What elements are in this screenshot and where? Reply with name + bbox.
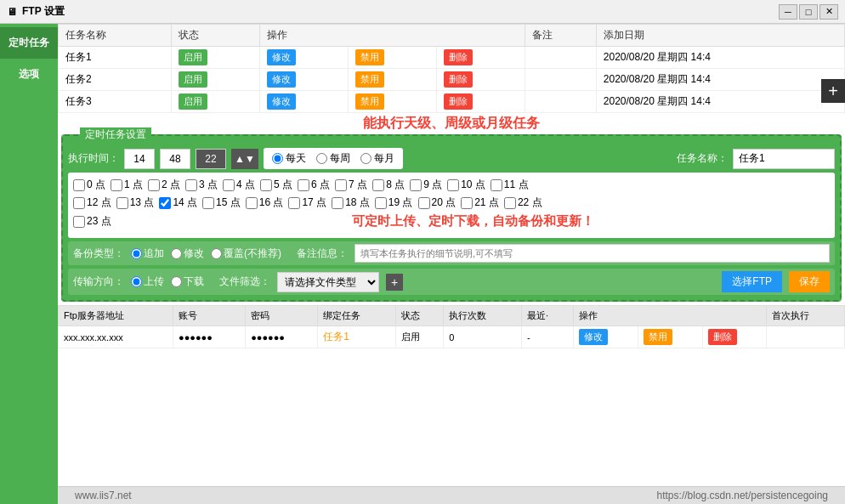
ftp-disable-btn[interactable]: 禁用: [644, 329, 672, 345]
maximize-button[interactable]: □: [799, 4, 818, 20]
ftp-server-addr: xxx.xxx.xx.xxx: [59, 326, 173, 348]
hour-item-14: 14 点: [159, 195, 197, 210]
hour-item-7: 7 点: [335, 178, 367, 192]
frequency-radio-group: 每天 每周 每月: [264, 148, 403, 169]
ftp-table-row: xxx.xxx.xx.xxx ●●●●●● ●●●●●● 任务1 启用 0 - …: [59, 326, 845, 348]
task-status-cell: 启用: [171, 69, 259, 91]
modify-btn[interactable]: 修改: [267, 71, 296, 88]
app-icon: 🖥: [7, 6, 17, 18]
radio-every-day[interactable]: 每天: [272, 151, 306, 166]
hour-checkbox-3[interactable]: [185, 179, 197, 191]
task-note-cell: [525, 69, 597, 91]
task-name-label: 任务名称：: [677, 151, 728, 166]
time-spinner[interactable]: ▲▼: [231, 149, 258, 169]
file-filter-select[interactable]: 请选择文件类型: [277, 272, 379, 292]
hour-item-6: 6 点: [298, 178, 330, 192]
hour-item-17: 17 点: [288, 195, 326, 210]
col-password: 密码: [246, 306, 318, 326]
hour-checkbox-18[interactable]: [332, 197, 343, 209]
hour-checkbox-10[interactable]: [447, 179, 459, 191]
hour-checkbox-17[interactable]: [288, 197, 300, 209]
hour-checkbox-15[interactable]: [202, 197, 214, 209]
task-status-cell: 启用: [171, 91, 259, 113]
hour-checkbox-11[interactable]: [491, 179, 502, 191]
hour-checkbox-20[interactable]: [418, 197, 430, 209]
hour-checkbox-9[interactable]: [410, 179, 422, 191]
ftp-account: ●●●●●●: [173, 326, 246, 348]
task-name-input[interactable]: [733, 149, 835, 169]
hour-checkbox-5[interactable]: [260, 179, 272, 191]
disable-btn[interactable]: 禁用: [355, 49, 384, 65]
task-table-section: 任务名称 状态 操作 备注 添加日期 任务1 启用 修改 禁用 删除: [58, 24, 845, 113]
hour-checkbox-21[interactable]: [461, 197, 473, 209]
note-input[interactable]: [354, 244, 830, 263]
hour-checkbox-6[interactable]: [298, 179, 309, 191]
backup-type-row: 备份类型： 追加 修改 覆盖(不推荐) 备注信息：: [68, 241, 835, 265]
time-label: 执行时间：: [68, 151, 119, 166]
hours-row-2: 12 点 13 点 14 点 15 点 16 点 17 点 18 点 19 点 …: [73, 195, 830, 210]
radio-append[interactable]: 追加: [131, 246, 164, 261]
radio-modify[interactable]: 修改: [171, 246, 204, 261]
ftp-modify-btn[interactable]: 修改: [579, 329, 608, 345]
sidebar-item-scheduled-tasks[interactable]: 定时任务: [0, 27, 58, 59]
radio-download[interactable]: 下载: [171, 275, 204, 289]
delete-btn[interactable]: 删除: [444, 93, 473, 110]
radio-upload[interactable]: 上传: [131, 275, 164, 289]
hour-checkbox-0[interactable]: [73, 179, 85, 191]
hour-checkbox-16[interactable]: [246, 197, 258, 209]
add-task-button[interactable]: +: [821, 79, 845, 103]
modify-btn[interactable]: 修改: [267, 93, 296, 110]
direction-label: 传输方向：: [73, 275, 124, 289]
delete-btn[interactable]: 删除: [444, 49, 473, 65]
hour-item-8: 8 点: [372, 178, 405, 192]
disable-btn[interactable]: 禁用: [355, 71, 384, 88]
save-button[interactable]: 保存: [789, 271, 830, 292]
enable-btn[interactable]: 启用: [179, 93, 207, 110]
title-text: FTP 设置: [22, 4, 65, 19]
hour-checkbox-22[interactable]: [504, 197, 516, 209]
select-ftp-button[interactable]: 选择FTP: [722, 271, 782, 292]
ftp-delete-btn[interactable]: 删除: [708, 329, 737, 345]
radio-every-week[interactable]: 每周: [316, 151, 350, 166]
hour-checkbox-19[interactable]: [375, 197, 387, 209]
col-add-date: 添加日期: [596, 25, 844, 47]
col-operation: 操作: [259, 25, 525, 47]
direction-row: 传输方向： 上传 下载 文件筛选： 请选择文件类型 + 选择FTP 保存: [68, 269, 835, 295]
hour-checkbox-8[interactable]: [372, 179, 384, 191]
second-input[interactable]: [196, 149, 226, 169]
window-controls: ─ □ ✕: [779, 4, 838, 20]
close-button[interactable]: ✕: [819, 4, 838, 20]
disable-btn[interactable]: 禁用: [355, 93, 384, 110]
hour-checkbox-23[interactable]: [73, 216, 85, 228]
add-filter-button[interactable]: +: [386, 274, 403, 291]
hour-checkbox-13[interactable]: [116, 197, 128, 209]
hour-input[interactable]: [124, 149, 155, 169]
hour-checkbox-4[interactable]: [223, 179, 235, 191]
hour-item-9: 9 点: [410, 178, 442, 192]
hour-checkbox-7[interactable]: [335, 179, 347, 191]
hour-checkbox-14[interactable]: [159, 197, 171, 209]
task-modify-cell: 修改: [259, 47, 348, 69]
minimize-button[interactable]: ─: [779, 4, 797, 20]
hour-item-3: 3 点: [185, 178, 218, 192]
delete-btn[interactable]: 删除: [444, 71, 473, 88]
enable-btn[interactable]: 启用: [179, 49, 207, 65]
task-date-cell: 2020/08/20 星期四 14:4: [596, 91, 844, 113]
radio-overwrite[interactable]: 覆盖(不推荐): [211, 246, 281, 261]
hour-item-16: 16 点: [246, 195, 284, 210]
annotation-text: 能执行天级、周级或月级任务: [363, 115, 540, 133]
task-delete-cell: 删除: [437, 47, 525, 69]
enable-btn[interactable]: 启用: [179, 71, 207, 88]
modify-btn[interactable]: 修改: [267, 49, 296, 65]
hour-checkbox-1[interactable]: [111, 179, 122, 191]
hour-checkbox-12[interactable]: [73, 197, 85, 209]
sidebar-item-options[interactable]: 选项: [0, 59, 58, 90]
task-disable-cell: 禁用: [348, 47, 436, 69]
watermark-bar: www.iis7.net https://blog.csdn.net/persi…: [58, 486, 845, 504]
backup-type-label: 备份类型：: [73, 246, 124, 261]
hour-item-19: 19 点: [375, 195, 413, 210]
minute-input[interactable]: [160, 149, 190, 169]
hour-item-5: 5 点: [260, 178, 292, 192]
hour-checkbox-2[interactable]: [148, 179, 160, 191]
radio-every-month[interactable]: 每月: [360, 151, 394, 166]
